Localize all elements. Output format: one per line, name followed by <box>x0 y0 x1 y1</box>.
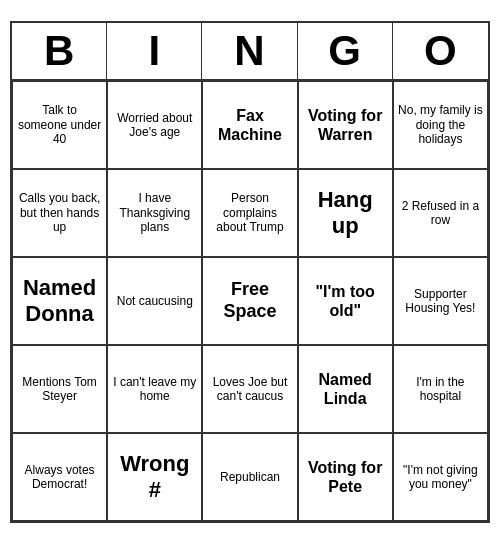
bingo-cell-8: Hang up <box>298 169 393 257</box>
bingo-cell-21: Wrong # <box>107 433 202 521</box>
bingo-cell-3: Voting for Warren <box>298 81 393 169</box>
bingo-cell-18: Named Linda <box>298 345 393 433</box>
bingo-cell-1: Worried about Joe's age <box>107 81 202 169</box>
bingo-cell-11: Not caucusing <box>107 257 202 345</box>
bingo-cell-17: Loves Joe but can't caucus <box>202 345 297 433</box>
bingo-cell-12: Free Space <box>202 257 297 345</box>
bingo-cell-6: I have Thanksgiving plans <box>107 169 202 257</box>
bingo-cell-2: Fax Machine <box>202 81 297 169</box>
bingo-letter-b: B <box>12 23 107 79</box>
bingo-cell-0: Talk to someone under 40 <box>12 81 107 169</box>
bingo-cell-9: 2 Refused in a row <box>393 169 488 257</box>
bingo-cell-15: Mentions Tom Steyer <box>12 345 107 433</box>
bingo-cell-10: Named Donna <box>12 257 107 345</box>
bingo-letter-g: G <box>298 23 393 79</box>
bingo-cell-19: I'm in the hospital <box>393 345 488 433</box>
bingo-cell-14: Supporter Housing Yes! <box>393 257 488 345</box>
bingo-cell-5: Calls you back, but then hands up <box>12 169 107 257</box>
bingo-grid: Talk to someone under 40Worried about Jo… <box>12 81 488 521</box>
bingo-cell-23: Voting for Pete <box>298 433 393 521</box>
bingo-cell-22: Republican <box>202 433 297 521</box>
bingo-letter-i: I <box>107 23 202 79</box>
bingo-cell-13: "I'm too old" <box>298 257 393 345</box>
bingo-header: BINGO <box>12 23 488 81</box>
bingo-letter-n: N <box>202 23 297 79</box>
bingo-cell-24: "I'm not giving you money" <box>393 433 488 521</box>
bingo-letter-o: O <box>393 23 488 79</box>
bingo-card: BINGO Talk to someone under 40Worried ab… <box>10 21 490 523</box>
bingo-cell-7: Person complains about Trump <box>202 169 297 257</box>
bingo-cell-4: No, my family is doing the holidays <box>393 81 488 169</box>
bingo-cell-16: I can't leave my home <box>107 345 202 433</box>
bingo-cell-20: Always votes Democrat! <box>12 433 107 521</box>
